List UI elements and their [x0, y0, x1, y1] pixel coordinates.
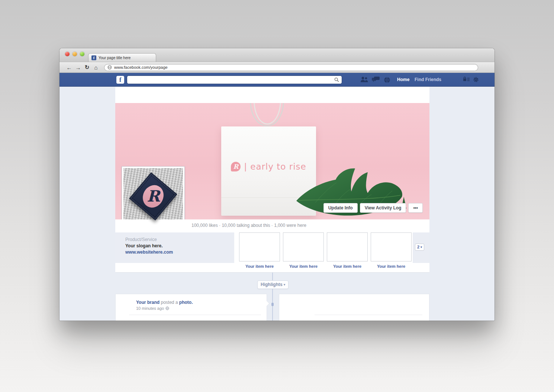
window-controls	[65, 52, 84, 56]
update-info-button[interactable]: Update Info	[323, 203, 358, 213]
brand-mark-icon: R	[231, 162, 241, 171]
brand-patch: R	[129, 172, 177, 221]
close-window-button[interactable]	[65, 52, 70, 56]
privacy-shortcuts-icon[interactable]	[463, 77, 470, 82]
profile-picture[interactable]: R	[122, 166, 185, 228]
post-author-link[interactable]: Your brand	[136, 300, 160, 305]
apps-count-value: 2	[417, 245, 419, 249]
app-label[interactable]: Your item here	[283, 264, 324, 269]
page-content-column: R | early to rise	[115, 87, 429, 273]
facebook-search-input[interactable]	[127, 75, 342, 84]
about-band: Product/Service Your slogan here. www.we…	[115, 231, 429, 273]
post-notch	[264, 301, 270, 306]
app-thumbnail[interactable]	[371, 232, 412, 261]
search-icon	[334, 77, 339, 82]
friend-requests-icon[interactable]	[360, 77, 369, 83]
notifications-globe-icon[interactable]	[384, 77, 390, 83]
more-options-button[interactable]: •••	[408, 203, 423, 213]
brand-patch-logo-icon: R	[139, 181, 168, 211]
brand-patch-letter: R	[147, 189, 160, 204]
likes-stats[interactable]: 100,000 likes · 10,000 talking about thi…	[191, 223, 306, 228]
page-slogan: Your slogan here.	[125, 243, 234, 248]
zoom-window-button[interactable]	[80, 52, 84, 56]
about-box: Product/Service Your slogan here. www.we…	[115, 232, 234, 263]
url-text: www.facebook.com/yourpage	[114, 65, 168, 70]
nav-find-friends-link[interactable]: Find Friends	[415, 73, 441, 87]
chevron-down-icon: ▾	[284, 283, 285, 286]
facebook-favicon-icon: f	[91, 55, 96, 60]
reload-icon[interactable]: ↻	[83, 64, 91, 71]
page-stats-row: 100,000 likes · 10,000 talking about thi…	[115, 219, 429, 232]
messages-icon[interactable]	[372, 77, 380, 83]
profile-picture-image: R	[123, 168, 183, 226]
post-action-text: posted a	[160, 300, 179, 305]
post-object-link[interactable]: photo.	[179, 300, 193, 305]
browser-window: f Your page title here ← → ↻ ⌂ www.faceb…	[59, 48, 495, 321]
post-time-text: 10 minutes ago	[136, 306, 164, 311]
post-timestamp[interactable]: 10 minutes ago	[136, 306, 169, 311]
app-label[interactable]: Your item here	[371, 264, 412, 269]
browser-tab[interactable]: f Your page title here	[88, 53, 156, 62]
browser-toolbar: ← → ↻ ⌂ www.facebook.com/yourpage	[59, 62, 495, 73]
privacy-globe-icon	[165, 306, 169, 310]
timeline-dot	[271, 303, 274, 306]
app-thumbnail[interactable]	[239, 232, 280, 261]
app-thumbnail[interactable]	[327, 232, 368, 261]
post-card[interactable]: Your brand posted a photo. 10 minutes ag…	[115, 294, 267, 321]
post-card[interactable]	[279, 294, 429, 321]
facebook-logo-icon[interactable]: f	[116, 76, 124, 84]
post-divider	[315, 315, 422, 315]
cover-buttons: Update Info View Activity Log •••	[323, 203, 423, 213]
facebook-navbar: f Home Find Friends	[59, 73, 495, 87]
address-bar[interactable]: www.facebook.com/yourpage	[104, 64, 478, 71]
view-activity-log-button[interactable]: View Activity Log	[360, 203, 406, 213]
app-label[interactable]: Your item here	[239, 264, 280, 269]
app-label[interactable]: Your item here	[327, 264, 368, 269]
facebook-page: R | early to rise	[59, 87, 495, 321]
chevron-down-icon: ▾	[421, 245, 422, 249]
nav-home-link[interactable]: Home	[397, 73, 409, 87]
browser-titlebar: f Your page title here	[59, 48, 495, 62]
app-thumbnail[interactable]	[283, 232, 324, 261]
post-header: Your brand posted a photo.	[136, 300, 193, 305]
home-icon[interactable]: ⌂	[91, 64, 100, 71]
forward-icon[interactable]: →	[74, 64, 83, 71]
back-icon[interactable]: ←	[65, 64, 74, 71]
highlights-label: Highlights	[261, 282, 283, 287]
globe-icon	[107, 65, 112, 70]
page-website-link[interactable]: www.websitehere.com	[125, 250, 234, 255]
settings-gear-icon[interactable]	[473, 77, 479, 83]
minimize-window-button[interactable]	[73, 52, 77, 56]
post-divider	[129, 315, 261, 315]
page-category: Product/Service	[125, 237, 234, 242]
timeline-line	[272, 273, 273, 321]
tab-title: Your page title here	[99, 56, 131, 60]
highlights-dropdown[interactable]: Highlights ▾	[257, 280, 289, 289]
apps-count-dropdown[interactable]: 2 ▾	[415, 244, 424, 251]
